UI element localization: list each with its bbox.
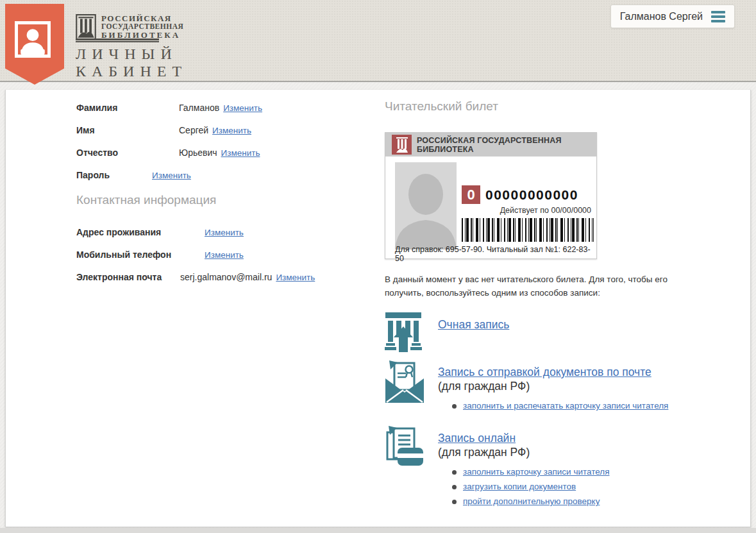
person-silhouette-icon xyxy=(18,25,47,55)
library-columns-icon xyxy=(76,14,96,40)
field-label: Фамилия xyxy=(76,103,179,112)
option-online: Запись онлайн (для граждан РФ) заполнить… xyxy=(385,426,694,512)
field-label: Электронная почта xyxy=(76,273,180,282)
bullet-icon xyxy=(452,500,457,504)
no-ticket-note: В данный момент у вас нет читательского … xyxy=(385,273,687,300)
user-menu-button[interactable]: Галманов Сергей xyxy=(610,4,735,28)
photo-silhouette-icon xyxy=(395,162,457,250)
person-photo-badge-icon xyxy=(15,21,51,58)
library-building-icon xyxy=(385,312,424,355)
logo-line1: РОССИЙСКАЯ xyxy=(101,14,183,22)
in-person-enrollment-link[interactable]: Очная запись xyxy=(438,317,509,332)
online-enrollment-link[interactable]: Запись онлайн xyxy=(438,431,516,445)
profile-row-email: Электронная почта serj.galmanov@mail.ru … xyxy=(76,273,315,282)
field-value: Галманов xyxy=(179,103,219,112)
barcode xyxy=(462,218,594,242)
field-label: Отчество xyxy=(76,148,179,157)
card-library-logo-icon xyxy=(392,135,412,155)
list-item: пройти дополнительную проверку xyxy=(452,497,610,506)
reader-ticket-section: Читательский билет РОССИЙСКАЯ ГОСУДАРСТВ… xyxy=(385,90,694,512)
mail-documents-icon xyxy=(385,360,424,416)
card-number-digits: 00000000000 xyxy=(485,187,578,203)
list-item: заполнить карточку записи читателя xyxy=(452,468,610,477)
cabinet-title-line1: ЛИЧНЫЙ xyxy=(76,46,178,62)
list-item: загрузить копии документов xyxy=(452,482,610,491)
option-by-mail: Запись с отправкой документов по почте (… xyxy=(385,360,694,416)
online-enrollment-links: заполнить карточку записи читателя загру… xyxy=(452,468,610,506)
extra-verification-link[interactable]: пройти дополнительную проверку xyxy=(463,497,600,506)
change-phone-link[interactable]: Изменить xyxy=(205,251,244,260)
change-lastname-link[interactable]: Изменить xyxy=(223,104,262,113)
cabinet-title-line2: КАБИНЕТ xyxy=(76,63,187,79)
mail-enrollment-link[interactable]: Запись с отправкой документов по почте xyxy=(438,365,651,379)
bottom-strip xyxy=(0,528,756,533)
mail-enrollment-subtitle: (для граждан РФ) xyxy=(438,379,668,393)
card-library-name: РОССИЙСКАЯ ГОСУДАРСТВЕННАЯ БИБЛИОТЕКА xyxy=(417,136,596,154)
logo-divider xyxy=(76,38,159,42)
bullet-icon xyxy=(452,404,457,409)
reader-ticket-card: РОССИЙСКАЯ ГОСУДАРСТВЕННАЯ БИБЛИОТЕКА 0 … xyxy=(385,132,597,259)
profile-ribbon-badge xyxy=(5,4,64,85)
photo-placeholder xyxy=(395,162,457,250)
online-enrollment-subtitle: (для граждан РФ) xyxy=(438,445,610,459)
fill-card-link[interactable]: заполнить карточку записи читателя xyxy=(463,468,610,477)
contact-info-heading: Контактная информация xyxy=(76,193,315,207)
main-content-panel: Фамилия Галманов Изменить Имя Сергей Изм… xyxy=(5,90,751,527)
field-value: serj.galmanov@mail.ru xyxy=(180,273,272,282)
profile-row-firstname: Имя Сергей Изменить xyxy=(76,126,315,135)
field-label: Мобильный телефон xyxy=(76,250,205,259)
field-label: Имя xyxy=(76,126,179,135)
enrollment-options: Очная запись xyxy=(385,312,694,512)
card-number: 0 00000000000 xyxy=(462,185,578,204)
mail-enrollment-links: заполнить и распечатать карточку записи … xyxy=(452,402,668,410)
hamburger-menu-icon[interactable] xyxy=(711,11,725,22)
field-label: Адрес проживания xyxy=(76,228,205,237)
profile-form: Фамилия Галманов Изменить Имя Сергей Изм… xyxy=(76,103,315,295)
page-header: РОССИЙСКАЯ ГОСУДАРСТВЕННАЯ БИБЛИОТЕКА ЛИ… xyxy=(0,0,756,82)
card-valid-until: Действует по 00/00/0000 xyxy=(500,206,591,215)
list-item: заполнить и распечатать карточку записи … xyxy=(452,402,668,410)
reader-ticket-heading: Читательский билет xyxy=(385,99,694,114)
change-middlename-link[interactable]: Изменить xyxy=(221,149,260,158)
card-footer-text: Для справок: 695-57-90. Читальный зал №1… xyxy=(395,245,596,263)
field-value: Юрьевич xyxy=(179,148,217,157)
bullet-icon xyxy=(452,470,457,475)
profile-row-address: Адрес проживания Изменить xyxy=(76,228,315,237)
change-firstname-link[interactable]: Изменить xyxy=(212,126,251,135)
field-value: Сергей xyxy=(179,126,208,135)
profile-row-password: Пароль Изменить xyxy=(76,171,315,180)
online-documents-icon xyxy=(385,426,424,512)
library-logo-text: РОССИЙСКАЯ ГОСУДАРСТВЕННАЯ БИБЛИОТЕКА xyxy=(101,14,183,40)
library-logo: РОССИЙСКАЯ ГОСУДАРСТВЕННАЯ БИБЛИОТЕКА xyxy=(76,14,183,40)
profile-row-middlename: Отчество Юрьевич Изменить xyxy=(76,148,315,158)
upload-copies-link[interactable]: загрузить копии документов xyxy=(463,482,576,491)
change-password-link[interactable]: Изменить xyxy=(152,171,191,180)
profile-row-lastname: Фамилия Галманов Изменить xyxy=(76,103,315,113)
change-address-link[interactable]: Изменить xyxy=(205,228,244,237)
card-columns-icon xyxy=(395,137,409,153)
option-in-person: Очная запись xyxy=(385,312,694,355)
card-header: РОССИЙСКАЯ ГОСУДАРСТВЕННАЯ БИБЛИОТЕКА xyxy=(385,133,596,157)
field-label: Пароль xyxy=(76,171,152,180)
fill-print-card-link[interactable]: заполнить и распечатать карточку записи … xyxy=(463,402,668,410)
profile-row-phone: Мобильный телефон Изменить xyxy=(76,250,315,260)
card-number-prefix: 0 xyxy=(462,185,480,204)
bullet-icon xyxy=(452,485,457,489)
card-body: 0 00000000000 Действует по 00/00/0000 Дл… xyxy=(385,157,596,259)
change-email-link[interactable]: Изменить xyxy=(276,273,315,282)
user-name: Галманов Сергей xyxy=(620,11,703,22)
